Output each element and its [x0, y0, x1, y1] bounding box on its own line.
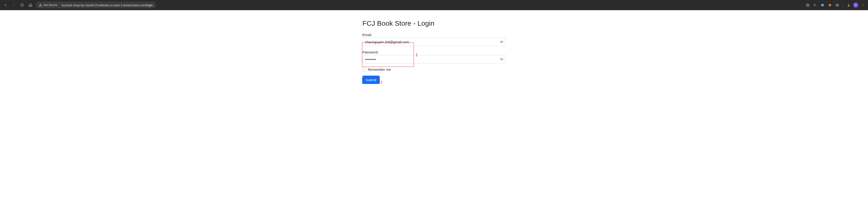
- downloads-icon[interactable]: [846, 2, 851, 8]
- remember-me-checkbox[interactable]: [363, 68, 366, 72]
- svg-rect-14: [502, 58, 503, 60]
- email-field[interactable]: [363, 38, 505, 46]
- security-status[interactable]: Not Secure: [39, 3, 60, 7]
- extensions-puzzle-icon[interactable]: [835, 2, 840, 8]
- reload-button[interactable]: [19, 2, 25, 8]
- extension-icon-3[interactable]: [827, 2, 833, 8]
- svg-rect-11: [502, 41, 503, 43]
- menu-kebab-icon[interactable]: [860, 2, 866, 8]
- svg-rect-3: [821, 4, 824, 6]
- page-title: FCJ Book Store - Login: [363, 20, 505, 27]
- submit-button[interactable]: Submit: [363, 76, 380, 84]
- svg-marker-2: [806, 3, 809, 6]
- svg-rect-9: [500, 41, 501, 43]
- svg-point-1: [40, 5, 41, 6]
- profile-avatar[interactable]: C: [853, 3, 858, 8]
- not-secure-label: Not Secure: [43, 3, 57, 7]
- password-manager-icon[interactable]: [500, 40, 504, 44]
- bookmark-star-icon[interactable]: [805, 2, 810, 8]
- home-button[interactable]: [27, 2, 34, 8]
- svg-point-8: [863, 6, 863, 6]
- extension-icon-2[interactable]: [820, 2, 825, 8]
- toolbar-divider: [843, 3, 843, 7]
- svg-rect-10: [501, 41, 502, 43]
- forward-button[interactable]: [11, 2, 17, 8]
- password-label: Password:: [363, 50, 505, 54]
- back-button[interactable]: [2, 2, 9, 8]
- url-text: fcj-book-shop-by-myself.s3-website-us-ea…: [62, 3, 153, 7]
- browser-toolbar: Not Secure fcj-book-shop-by-myself.s3-we…: [0, 0, 868, 10]
- login-form-container: FCJ Book Store - Login Email: Password: …: [360, 20, 508, 84]
- svg-point-7: [863, 5, 863, 5]
- svg-rect-13: [501, 58, 502, 60]
- email-label: Email:: [363, 33, 505, 37]
- warning-icon: [39, 3, 42, 7]
- svg-point-4: [829, 4, 831, 6]
- extension-icon-1[interactable]: C:: [812, 2, 818, 8]
- password-manager-icon[interactable]: [500, 57, 504, 61]
- remember-me-label[interactable]: Remember me: [368, 68, 391, 72]
- svg-rect-12: [500, 58, 501, 60]
- address-bar[interactable]: Not Secure fcj-book-shop-by-myself.s3-we…: [36, 2, 156, 8]
- svg-point-6: [863, 4, 863, 4]
- password-field[interactable]: [363, 55, 505, 63]
